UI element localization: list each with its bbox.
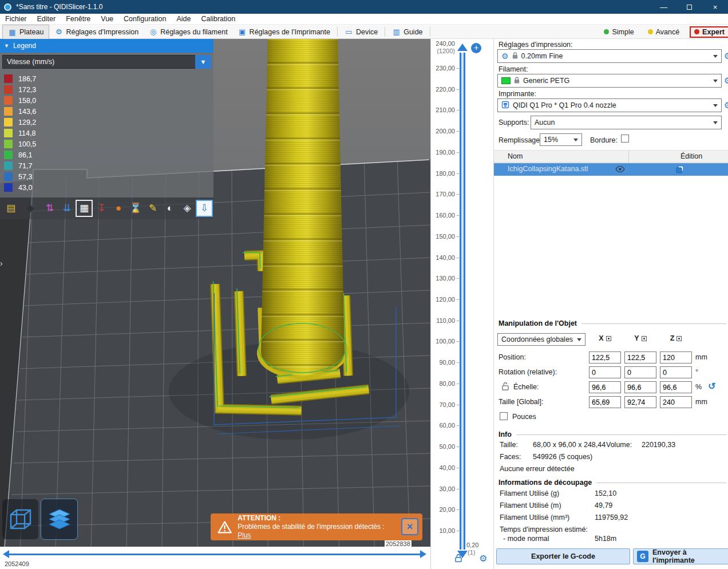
spheres-icon[interactable]: ● xyxy=(111,201,126,216)
tick-mark xyxy=(457,446,459,447)
print-settings-gear-icon[interactable]: ⚙ xyxy=(724,51,728,61)
move-arrows-icon[interactable]: ⇅ xyxy=(42,201,57,216)
inches-checkbox[interactable] xyxy=(500,412,508,420)
slider-settings-gear-icon[interactable]: ⚙ xyxy=(479,553,487,564)
tab-device[interactable]: ▭Device xyxy=(339,25,383,39)
error-status: Aucune erreur détectée xyxy=(500,465,575,473)
dropdown-button[interactable]: ▼ xyxy=(195,55,211,69)
travel-moves-icon[interactable]: ◆ xyxy=(23,201,38,216)
panel-collapse-arrow[interactable]: › xyxy=(0,259,3,268)
tab-reglages-du-filament[interactable]: ◎Réglages du filament xyxy=(144,25,232,39)
slider-lock-icon[interactable] xyxy=(455,554,462,563)
filament-gear-icon[interactable]: ⚙ xyxy=(724,76,728,86)
brim-label: Bordure: xyxy=(590,136,618,144)
print-settings-combo[interactable]: ⚙ 0.20mm Fine xyxy=(497,49,722,63)
object-row[interactable]: IchigCollapsingKatana.stl xyxy=(494,163,728,176)
menu-fenetre[interactable]: Fenêtre xyxy=(61,14,96,24)
coordinate-system-combo[interactable]: Coordonnées globales xyxy=(497,333,585,346)
close-button[interactable]: × xyxy=(702,0,728,14)
edit-icon[interactable] xyxy=(676,165,684,175)
tab-reglages-de-l-imprimante[interactable]: ▣Réglages de l'Imprimante xyxy=(233,25,335,39)
send-to-printer-button[interactable]: G Envoyer à l'imprimante xyxy=(633,548,728,564)
wireframe-cube-icon[interactable]: ◈ xyxy=(180,201,195,216)
warning-text: ATTENTION : Problèmes de stabilité de l'… xyxy=(238,514,422,540)
scale-x-input[interactable] xyxy=(589,381,621,393)
warning-title: ATTENTION : xyxy=(238,514,395,523)
mode-simple[interactable]: Simple xyxy=(600,27,637,37)
legend-value: 114,8 xyxy=(18,129,35,137)
legend-color-swatch xyxy=(4,85,13,94)
chevrons-down-icon[interactable]: ⇊ xyxy=(60,201,74,216)
maximize-button[interactable] xyxy=(676,0,702,14)
add-layer-marker-button[interactable]: + xyxy=(471,43,481,53)
warning-close-button[interactable]: × xyxy=(401,518,418,535)
axis-z-icon[interactable] xyxy=(676,336,682,341)
position-z-input[interactable] xyxy=(660,351,692,363)
layer-tick-label: 210,00 xyxy=(431,106,455,113)
printer-gear-icon[interactable]: ⚙ xyxy=(724,100,728,110)
supports-combo[interactable]: Aucun xyxy=(531,116,722,129)
rotation-x-input[interactable] xyxy=(589,366,621,378)
view-mode-buttons xyxy=(2,499,77,539)
scale-reset-button[interactable]: ↺ xyxy=(708,381,715,392)
tab-divider xyxy=(337,27,338,37)
axis-y-icon[interactable] xyxy=(642,336,647,341)
tab-guide[interactable]: ▥Guide xyxy=(387,25,428,39)
size-x-input[interactable] xyxy=(589,396,621,408)
brim-checkbox[interactable] xyxy=(621,135,629,143)
tab-plateau[interactable]: ▦Plateau xyxy=(2,25,49,39)
contrast-icon[interactable]: ◐ xyxy=(163,201,177,216)
scale-y-input[interactable] xyxy=(624,381,656,393)
slider-top-handle[interactable] xyxy=(457,44,468,51)
position-x-input[interactable] xyxy=(589,351,621,363)
tab-label: Réglages de l'Imprimante xyxy=(250,28,330,36)
mode-avance[interactable]: Avancé xyxy=(644,27,683,37)
tick-mark xyxy=(457,489,459,489)
hourglass-icon[interactable]: ⌛ xyxy=(128,201,143,216)
viewport-3d[interactable]: ▼ Legend Vitesse (mm/s) ▼ 186,7172,3158,… xyxy=(0,39,430,547)
axis-x-icon[interactable] xyxy=(606,336,611,341)
filament-utilise-m-value: 49,79 xyxy=(595,501,612,509)
move-slider-track[interactable] xyxy=(9,554,420,555)
minimize-button[interactable]: — xyxy=(651,0,676,14)
mode-expert[interactable]: Expert xyxy=(690,26,728,38)
paint-icon[interactable]: ✎ xyxy=(145,201,160,216)
menu-vue[interactable]: Vue xyxy=(96,14,118,24)
menu-editer[interactable]: Editer xyxy=(32,14,61,24)
legend-value: 57,3 xyxy=(18,173,32,181)
place-on-bed-icon[interactable]: ↧ xyxy=(94,201,109,216)
menu-calibration[interactable]: Calibration xyxy=(196,14,240,24)
menu-aide[interactable]: Aide xyxy=(171,14,196,24)
scale-z-input[interactable] xyxy=(660,381,692,393)
export-gcode-button[interactable]: Exporter le G-code xyxy=(496,548,630,564)
eye-icon[interactable] xyxy=(615,166,625,174)
plate-icon: ▦ xyxy=(8,28,17,37)
warning-more-link[interactable]: Plus xyxy=(238,531,251,539)
rotation-y-input[interactable] xyxy=(624,366,656,378)
position-y-input[interactable] xyxy=(624,351,656,363)
rotation-z-input[interactable] xyxy=(660,366,692,378)
move-slider-right-arrow[interactable] xyxy=(420,550,426,558)
view-type-dropdown[interactable]: Vitesse (mm/s) ▼ xyxy=(2,55,211,69)
preview-view-button[interactable] xyxy=(41,499,77,539)
filament-combo[interactable]: Generic PETG xyxy=(497,74,722,88)
bed-legend-icon[interactable]: ▤ xyxy=(3,201,18,216)
legend-value: 43,0 xyxy=(18,184,32,192)
legend-header[interactable]: ▼ Legend xyxy=(0,39,213,53)
tab-reglages-d-impression[interactable]: ⚙Réglages d'Impression xyxy=(49,25,144,39)
layer-slider-track[interactable] xyxy=(460,53,465,550)
infill-combo[interactable]: 15% xyxy=(540,133,582,146)
editor-view-button[interactable] xyxy=(2,499,38,539)
info-header: Info xyxy=(498,430,726,438)
gcode-import-icon[interactable]: ⇩ xyxy=(197,201,212,216)
menu-fichier[interactable]: Fichier xyxy=(0,14,32,24)
chevron-down-icon xyxy=(713,121,718,124)
move-slider-left-arrow[interactable] xyxy=(3,550,9,558)
checkerboard-icon[interactable]: ▦ xyxy=(77,201,92,216)
scale-lock-icon[interactable] xyxy=(502,382,509,392)
printer-combo[interactable]: QIDI Q1 Pro * Q1 Pro 0.4 nozzle xyxy=(497,98,722,112)
menu-configuration[interactable]: Configuration xyxy=(118,14,171,24)
size-z-input[interactable] xyxy=(660,396,692,408)
tick-mark xyxy=(457,278,459,279)
size-y-input[interactable] xyxy=(624,396,656,408)
